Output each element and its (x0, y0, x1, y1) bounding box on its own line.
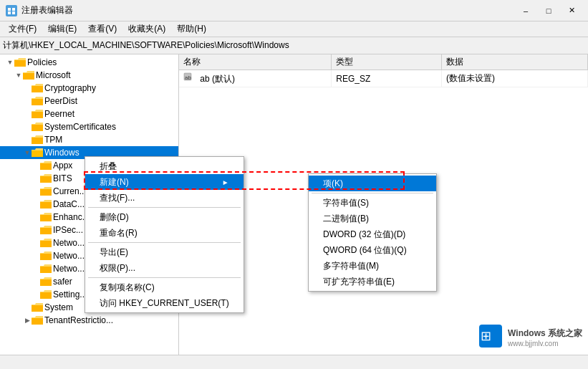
svg-text:ab: ab (185, 75, 191, 81)
folder-icon-tenantrestriction (32, 315, 43, 325)
tree-label-safer: safer (53, 277, 72, 287)
expand-icon-systemcerts: ▶ (23, 123, 32, 131)
svg-rect-1 (8, 8, 11, 11)
menu-help[interactable]: 帮助(H) (171, 21, 212, 37)
ctx-copy-name[interactable]: 复制项名称(C) (85, 279, 244, 295)
svg-rect-2 (12, 8, 15, 11)
ctx-rename-label: 重命名(R) (100, 227, 138, 239)
ctx-export[interactable]: 导出(E) (85, 244, 244, 260)
cell-type: REG_SZ (332, 70, 442, 87)
ctx-find[interactable]: 查找(F)... (85, 190, 244, 206)
close-button[interactable]: ✕ (561, 4, 582, 18)
submenu-item-qword[interactable]: QWORD (64 位值)(Q) (309, 242, 436, 258)
ctx-copy-name-label: 复制项名称(C) (100, 282, 155, 294)
tree-item-tenantrestriction[interactable]: ▶ TenantRestrictio... (0, 314, 178, 327)
tree-label-netwo2: Netwo... (53, 251, 85, 261)
expand-icon-bits: ▶ (32, 174, 40, 183)
cell-name: ab ab (默认) (179, 70, 332, 87)
menu-favorites[interactable]: 收藏夹(A) (122, 21, 171, 37)
status-bar (0, 355, 588, 369)
watermark-icon: ⊞ (478, 323, 503, 351)
watermark-text-block: Windows 系统之家 www.bjjmlv.com (508, 327, 582, 348)
folder-icon-datac (40, 199, 52, 209)
expand-icon-setting: ▶ (32, 290, 40, 299)
expand-icon-tpm: ▶ (23, 135, 32, 144)
ctx-rename[interactable]: 重命名(R) (85, 225, 244, 241)
watermark: ⊞ Windows 系统之家 www.bjjmlv.com (478, 323, 582, 351)
tree-label-netwo3: Netwo... (53, 264, 85, 274)
tree-label-peerdist: PeerDist (44, 96, 77, 106)
expand-icon-peernet: ▶ (23, 110, 32, 118)
folder-icon-enhanc (40, 212, 52, 222)
expand-icon-tenantrestriction: ▶ (23, 316, 32, 325)
tree-label-windows: Windows (44, 148, 79, 158)
svg-rect-4 (12, 11, 15, 14)
submenu-item-multi[interactable]: 多字符串值(M) (309, 258, 436, 274)
cell-data: (数值未设置) (442, 70, 588, 87)
ctx-collapse[interactable]: 折叠 (85, 158, 244, 174)
ctx-delete[interactable]: 删除(D) (85, 209, 244, 225)
menu-bar: 文件(F) 编辑(E) 查看(V) 收藏夹(A) 帮助(H) (0, 21, 588, 37)
expand-icon-netwo2: ▶ (32, 251, 40, 260)
expand-icon-current: ▶ (32, 187, 40, 196)
tree-item-systemcerts[interactable]: ▶ SystemCertificates (0, 120, 178, 133)
folder-icon-tpm (32, 135, 43, 145)
svg-text:⊞: ⊞ (481, 329, 491, 343)
ctx-collapse-label: 折叠 (100, 160, 117, 173)
expand-icon-microsoft: ▼ (14, 71, 23, 80)
ctx-new[interactable]: 新建(N) ► (85, 174, 244, 190)
ctx-permissions-label: 权限(P)... (100, 262, 135, 274)
menu-edit[interactable]: 编辑(E) (42, 21, 82, 37)
menu-file[interactable]: 文件(F) (3, 21, 42, 37)
folder-icon-netwo1 (40, 238, 52, 248)
context-menu[interactable]: 折叠 新建(N) ► 查找(F)... 删除(D) 重命名(R) 导出(E) 权… (85, 156, 244, 313)
ctx-permissions[interactable]: 权限(P)... (85, 260, 244, 276)
expand-icon-peerdist: ▶ (23, 97, 32, 105)
entry-name: ab (默认) (200, 74, 235, 84)
tree-label-current: Curren... (53, 186, 87, 196)
folder-icon-peerdist (32, 96, 43, 106)
expand-icon-windows: ▼ (23, 148, 32, 157)
submenu-item-key[interactable]: 项(K) (309, 176, 436, 191)
submenu-key-label: 项(K) (323, 178, 343, 190)
tree-item-cryptography[interactable]: ▶ Cryptography (0, 82, 178, 95)
expand-icon-ipsec: ▶ (32, 226, 40, 234)
title-controls: – □ ✕ (515, 4, 582, 18)
tree-label-netwo1: Netwo... (53, 238, 85, 248)
tree-label-microsoft: Microsoft (36, 70, 71, 80)
submenu[interactable]: 项(K) 字符串值(S) 二进制值(B) DWORD (32 位值)(D) QW… (308, 173, 437, 292)
submenu-item-expand[interactable]: 可扩充字符串值(E) (309, 274, 436, 289)
folder-icon-microsoft (23, 70, 34, 80)
tree-item-peerdist[interactable]: ▶ PeerDist (0, 95, 178, 107)
ctx-access-hkcu[interactable]: 访问 HKEY_CURRENT_USER(T) (85, 295, 244, 311)
submenu-dword-label: DWORD (32 位值)(D) (323, 229, 405, 241)
submenu-item-binary[interactable]: 二进制值(B) (309, 211, 436, 226)
tree-label-tenantrestriction: TenantRestrictio... (44, 315, 113, 325)
tree-item-microsoft[interactable]: ▼ Microsoft (0, 69, 178, 82)
tree-item-policies[interactable]: ▼ Policies (0, 56, 178, 69)
tree-label-cryptography: Cryptography (44, 83, 96, 93)
tree-item-tpm[interactable]: ▶ TPM (0, 133, 178, 146)
tree-item-peernet[interactable]: ▶ Peernet (0, 107, 178, 120)
svg-rect-3 (8, 11, 11, 14)
folder-icon-policies (14, 57, 26, 67)
ctx-find-label: 查找(F)... (100, 192, 135, 204)
submenu-sep1 (312, 193, 433, 193)
folder-icon-systemcerts (32, 122, 43, 132)
col-data: 数据 (442, 54, 588, 70)
expand-icon-system: ▶ (23, 303, 32, 312)
submenu-item-string[interactable]: 字符串值(S) (309, 195, 436, 211)
expand-icon-datac: ▶ (32, 200, 40, 209)
submenu-item-dword[interactable]: DWORD (32 位值)(D) (309, 226, 436, 242)
app-icon (6, 5, 17, 16)
folder-icon-netwo2 (40, 251, 52, 261)
minimize-button[interactable]: – (515, 4, 536, 18)
tree-label-datac: DataC... (53, 199, 85, 209)
folder-icon-setting (40, 289, 52, 299)
menu-view[interactable]: 查看(V) (82, 21, 122, 37)
folder-icon-peernet (32, 109, 43, 119)
maximize-button[interactable]: □ (538, 4, 559, 18)
table-row[interactable]: ab ab (默认) REG_SZ (数值未设置) (179, 70, 588, 87)
tree-label-ipsec: IPSec... (53, 225, 83, 235)
title-bar: 注册表编辑器 – □ ✕ (0, 0, 588, 21)
